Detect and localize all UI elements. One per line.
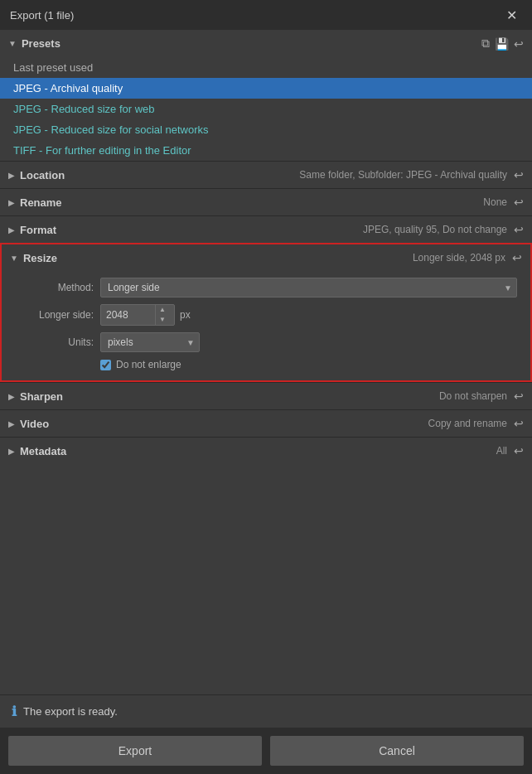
presets-chevron: ▼ (8, 39, 17, 48)
resize-units-label: Units: (15, 336, 94, 348)
rename-reset-icon[interactable]: ↩ (514, 196, 524, 209)
sharpen-section[interactable]: ▶ Sharpen Do not sharpen ↩ (0, 382, 532, 409)
status-text: The export is ready. (23, 705, 118, 718)
preset-item-web[interactable]: JPEG - Reduced size for web (0, 99, 532, 119)
sharpen-reset-icon[interactable]: ↩ (514, 389, 524, 403)
resize-value: Longer side, 2048 px (413, 252, 505, 264)
presets-save-icon[interactable]: 💾 (495, 37, 509, 51)
resize-method-select-wrapper: Longer side Shorter side Width Height Me… (100, 278, 517, 298)
rename-title: Rename (20, 196, 483, 209)
resize-do-not-enlarge-checkbox[interactable] (100, 360, 111, 370)
resize-method-select[interactable]: Longer side Shorter side Width Height Me… (100, 278, 517, 298)
sharpen-chevron: ▶ (8, 392, 15, 401)
presets-title: Presets (22, 37, 481, 50)
metadata-section[interactable]: ▶ Metadata All ↩ (0, 437, 532, 464)
location-value: Same folder, Subfolder: JPEG - Archival … (299, 169, 507, 181)
location-title: Location (20, 169, 299, 181)
sharpen-title: Sharpen (20, 390, 439, 403)
bottom-area: ℹ The export is ready. Export Cancel (0, 694, 532, 774)
presets-header: ▼ Presets ⧉ 💾 ↩ (0, 30, 532, 57)
presets-list: Last preset used JPEG - Archival quality… (0, 57, 532, 161)
preset-item-archival[interactable]: JPEG - Archival quality (0, 78, 532, 99)
button-bar: Export Cancel (0, 728, 532, 774)
preset-item-social[interactable]: JPEG - Reduced size for social networks (0, 119, 532, 140)
video-section[interactable]: ▶ Video Copy and rename ↩ (0, 409, 532, 437)
rename-value: None (483, 196, 507, 208)
metadata-value: All (496, 445, 507, 457)
export-dialog: Export (1 file) ✕ ▼ Presets ⧉ 💾 ↩ Last p… (0, 0, 532, 774)
video-chevron: ▶ (8, 419, 15, 428)
resize-units-select-wrapper: pixels inches cm ▼ (100, 332, 200, 352)
resize-checkbox-row: Do not enlarge (100, 359, 517, 370)
metadata-title: Metadata (20, 445, 496, 457)
format-section[interactable]: ▶ Format JPEG, quality 95, Do not change… (0, 215, 532, 243)
resize-longerside-row: Longer side: ▲ ▼ px (15, 304, 517, 326)
sharpen-value: Do not sharpen (439, 390, 507, 402)
video-value: Copy and rename (428, 418, 507, 429)
resize-method-row: Method: Longer side Shorter side Width H… (15, 278, 517, 298)
resize-units-row: Units: pixels inches cm ▼ (15, 332, 517, 352)
close-button[interactable]: ✕ (501, 6, 522, 25)
format-chevron: ▶ (8, 225, 15, 235)
resize-spinner-down[interactable]: ▼ (156, 315, 169, 325)
video-reset-icon[interactable]: ↩ (514, 417, 524, 430)
info-icon: ℹ (12, 704, 17, 719)
export-button[interactable]: Export (8, 736, 262, 766)
resize-spinner-buttons: ▲ ▼ (155, 305, 169, 325)
resize-section: ▼ Resize Longer side, 2048 px ↩ Method: … (0, 243, 532, 382)
resize-do-not-enlarge-label: Do not enlarge (116, 359, 181, 370)
resize-longerside-unit: px (180, 309, 191, 321)
resize-chevron: ▼ (10, 254, 18, 263)
resize-header[interactable]: ▼ Resize Longer side, 2048 px ↩ (2, 244, 530, 271)
location-reset-icon[interactable]: ↩ (514, 168, 524, 181)
resize-spinner-up[interactable]: ▲ (156, 305, 169, 315)
preset-item-last-used[interactable]: Last preset used (0, 57, 532, 78)
title-bar: Export (1 file) ✕ (0, 0, 532, 30)
metadata-chevron: ▶ (8, 447, 15, 456)
cancel-button[interactable]: Cancel (270, 736, 524, 766)
format-value: JPEG, quality 95, Do not change (363, 224, 507, 235)
resize-reset-icon[interactable]: ↩ (512, 251, 522, 264)
status-bar: ℹ The export is ready. (0, 694, 532, 728)
content-area: ▼ Presets ⧉ 💾 ↩ Last preset used JPEG - … (0, 30, 532, 694)
rename-chevron: ▶ (8, 198, 15, 207)
presets-reset-icon[interactable]: ↩ (514, 37, 524, 51)
resize-longerside-input[interactable] (101, 306, 155, 324)
presets-icons: ⧉ 💾 ↩ (481, 36, 524, 51)
resize-method-label: Method: (15, 282, 94, 293)
rename-section[interactable]: ▶ Rename None ↩ (0, 188, 532, 215)
content-spacer (0, 464, 532, 630)
presets-copy-icon[interactable]: ⧉ (481, 36, 490, 51)
resize-longerside-label: Longer side: (15, 309, 94, 321)
format-title: Format (20, 224, 363, 236)
resize-body: Method: Longer side Shorter side Width H… (2, 271, 530, 380)
presets-section: ▼ Presets ⧉ 💾 ↩ Last preset used JPEG - … (0, 30, 532, 161)
preset-item-tiff[interactable]: TIFF - For further editing in the Editor (0, 140, 532, 161)
resize-longerside-spinner: ▲ ▼ (100, 304, 175, 326)
video-title: Video (20, 418, 428, 430)
location-section[interactable]: ▶ Location Same folder, Subfolder: JPEG … (0, 161, 532, 188)
location-chevron: ▶ (8, 171, 15, 180)
metadata-reset-icon[interactable]: ↩ (514, 444, 524, 457)
resize-title: Resize (23, 252, 413, 264)
format-reset-icon[interactable]: ↩ (514, 223, 524, 236)
dialog-title: Export (1 file) (10, 9, 74, 22)
resize-units-select[interactable]: pixels inches cm (100, 332, 200, 352)
